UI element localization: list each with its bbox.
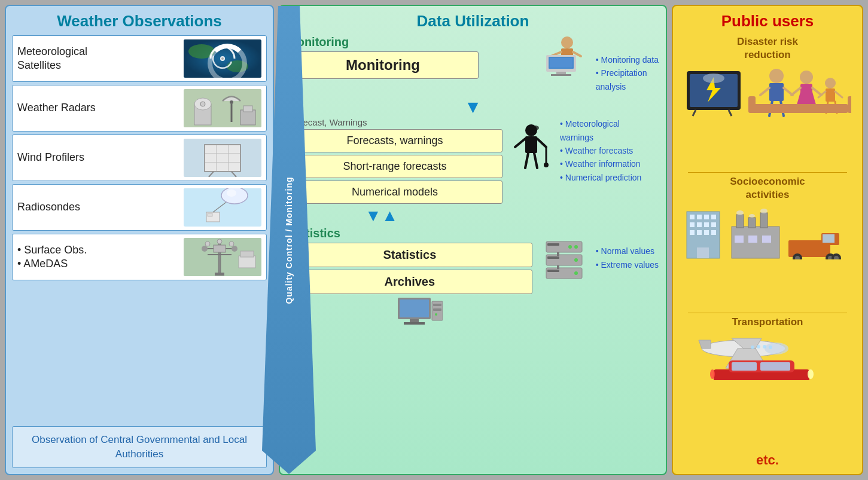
svg-rect-41 bbox=[215, 273, 224, 276]
svg-rect-87 bbox=[769, 83, 784, 101]
left-panel: Weather Observations MeteorologicalSatel… bbox=[5, 5, 274, 475]
svg-point-1 bbox=[188, 44, 215, 59]
divider-2 bbox=[688, 313, 847, 313]
forecast-box-1: Forecasts, warnings bbox=[287, 129, 502, 152]
svg-rect-152 bbox=[760, 362, 790, 371]
svg-point-59 bbox=[532, 126, 539, 130]
svg-point-69 bbox=[574, 271, 578, 275]
statistics-section-label: Statistics bbox=[287, 227, 532, 240]
svg-point-34 bbox=[232, 246, 237, 252]
obs-item-wind: Wind Profilers bbox=[12, 134, 267, 181]
svg-point-140 bbox=[765, 343, 788, 354]
svg-rect-98 bbox=[826, 88, 835, 102]
svg-rect-112 bbox=[697, 222, 702, 227]
svg-point-10 bbox=[230, 100, 233, 104]
svg-rect-121 bbox=[736, 215, 744, 228]
svg-point-4 bbox=[221, 57, 224, 60]
obs-wind-image bbox=[184, 139, 261, 177]
forecast-box-2: Short-range forecasts bbox=[287, 155, 502, 178]
monitoring-bullet-1: Monitoring data bbox=[596, 53, 659, 66]
forecast-bullets: Meteorologicalwarnings Weather forecasts… bbox=[560, 117, 659, 184]
svg-rect-109 bbox=[704, 215, 709, 219]
svg-rect-110 bbox=[711, 215, 716, 219]
svg-rect-108 bbox=[697, 215, 702, 219]
svg-rect-107 bbox=[690, 215, 695, 219]
svg-rect-68 bbox=[547, 270, 559, 272]
obs-radiosondes-image bbox=[184, 188, 261, 227]
monitoring-bullet-2: Precipitationanalysis bbox=[596, 66, 659, 93]
forecast-bullet-4: Numerical prediction bbox=[560, 171, 659, 184]
forecast-bullet-1: Meteorologicalwarnings bbox=[560, 117, 659, 144]
svg-point-8 bbox=[200, 102, 205, 106]
svg-point-38 bbox=[217, 239, 222, 244]
forecast-person-icon bbox=[507, 117, 555, 173]
svg-line-58 bbox=[534, 153, 537, 168]
svg-rect-114 bbox=[711, 222, 716, 227]
svg-rect-132 bbox=[823, 234, 835, 243]
svg-rect-118 bbox=[711, 230, 716, 235]
left-panel-title: Weather Observations bbox=[12, 12, 267, 30]
svg-rect-49 bbox=[551, 74, 571, 76]
svg-point-125 bbox=[749, 214, 755, 218]
svg-rect-77 bbox=[433, 304, 441, 306]
svg-point-66 bbox=[574, 258, 578, 262]
statistics-bullets: Normal values Extreme values bbox=[596, 227, 659, 271]
monitoring-person-icon bbox=[531, 35, 591, 80]
disaster-image bbox=[684, 65, 851, 119]
obs-gov-item: Observation of Central Governmental and … bbox=[12, 426, 267, 468]
svg-marker-143 bbox=[699, 340, 711, 348]
svg-rect-14 bbox=[205, 145, 240, 172]
svg-rect-40 bbox=[240, 251, 254, 257]
svg-rect-48 bbox=[556, 72, 566, 74]
svg-rect-117 bbox=[704, 230, 709, 235]
svg-rect-103 bbox=[750, 104, 848, 113]
monitoring-box: Monitoring bbox=[287, 51, 479, 79]
svg-line-88 bbox=[760, 88, 769, 95]
disaster-section: Disaster riskreduction bbox=[679, 35, 856, 166]
forecast-section: Forecast, Warnings Forecasts, warnings S… bbox=[287, 117, 659, 204]
transportation-section: Transportation bbox=[679, 316, 856, 447]
server-icon-group bbox=[537, 227, 591, 292]
svg-point-124 bbox=[736, 210, 744, 215]
transportation-image bbox=[684, 332, 851, 383]
svg-point-42 bbox=[561, 36, 573, 48]
svg-rect-78 bbox=[433, 308, 441, 311]
svg-point-147 bbox=[763, 345, 766, 348]
main-container: Weather Observations MeteorologicalSatel… bbox=[0, 0, 868, 480]
svg-rect-151 bbox=[732, 362, 757, 371]
divider-1 bbox=[688, 172, 847, 173]
svg-rect-128 bbox=[748, 236, 757, 243]
arrow-label: Quality Control / Monitoring bbox=[284, 176, 294, 304]
quality-control-arrow: Quality Control / Monitoring bbox=[262, 6, 316, 474]
obs-radars-label: Weather Radars bbox=[17, 101, 184, 115]
svg-point-63 bbox=[568, 245, 572, 249]
svg-point-79 bbox=[435, 313, 437, 316]
arrow-monitoring-to-forecast: ▼ bbox=[287, 98, 659, 116]
svg-rect-116 bbox=[697, 230, 702, 235]
archives-box: Archives bbox=[287, 270, 532, 294]
obs-surface-image bbox=[184, 238, 261, 276]
stats-bullet-2: Extreme values bbox=[596, 258, 659, 271]
svg-point-126 bbox=[760, 209, 768, 213]
archives-computer-icon bbox=[395, 296, 659, 329]
monitoring-section: Monitoring Monitoring bbox=[287, 35, 659, 93]
svg-point-3 bbox=[220, 56, 225, 61]
obs-surface-label: • Surface Obs.• AMeDAS bbox=[17, 243, 184, 271]
svg-rect-104 bbox=[748, 96, 756, 113]
socioeconomic-image bbox=[684, 206, 851, 262]
svg-rect-119 bbox=[697, 247, 709, 258]
svg-line-95 bbox=[791, 88, 800, 95]
svg-rect-111 bbox=[690, 222, 695, 227]
svg-rect-127 bbox=[735, 236, 744, 243]
obs-gov-label: Observation of Central Governmental and … bbox=[17, 433, 261, 461]
svg-point-158 bbox=[710, 369, 715, 379]
svg-rect-105 bbox=[848, 96, 851, 113]
svg-point-83 bbox=[703, 74, 724, 83]
svg-point-145 bbox=[751, 346, 754, 349]
obs-radars-image bbox=[184, 89, 261, 127]
svg-line-53 bbox=[515, 139, 525, 147]
svg-rect-73 bbox=[400, 299, 429, 317]
monitoring-section-label: Monitoring bbox=[287, 35, 526, 49]
svg-point-86 bbox=[769, 69, 784, 83]
svg-point-146 bbox=[757, 345, 760, 348]
